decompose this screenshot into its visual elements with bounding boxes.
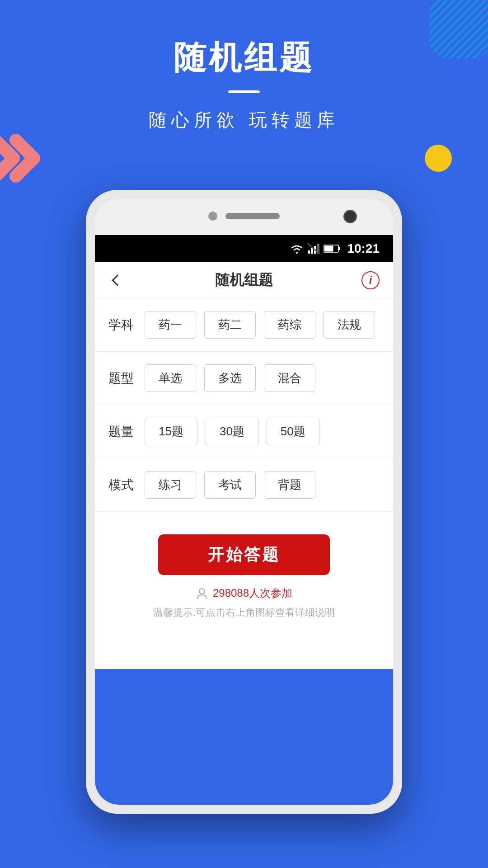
mode-filter-section: 模式 练习 考试 背题 bbox=[95, 458, 393, 512]
page-subtitle: 随心所欲 玩转题库 bbox=[0, 108, 488, 132]
mode-label: 模式 bbox=[108, 476, 136, 494]
type-option-2[interactable]: 混合 bbox=[264, 364, 315, 392]
bg-yellow-circle bbox=[425, 145, 452, 172]
subject-option-0[interactable]: 药一 bbox=[145, 311, 196, 339]
page-main-title: 随机组题 bbox=[0, 36, 488, 80]
phone-speaker bbox=[225, 213, 280, 219]
status-bar: 10:21 bbox=[95, 235, 393, 262]
count-option-0[interactable]: 15题 bbox=[145, 418, 197, 445]
wifi-icon bbox=[290, 243, 304, 254]
user-icon bbox=[196, 587, 208, 599]
mode-options: 练习 考试 背题 bbox=[145, 471, 315, 499]
start-button[interactable]: 开始答题 bbox=[158, 534, 330, 575]
nav-bar: 随机组题 i bbox=[95, 262, 393, 298]
count-options: 15题 30题 50题 bbox=[145, 418, 319, 445]
type-option-0[interactable]: 单选 bbox=[145, 364, 196, 392]
phone-frame: 10:21 随机组题 i 学科 bbox=[86, 190, 402, 814]
participants-info: 298088人次参加 bbox=[196, 586, 292, 600]
type-option-1[interactable]: 多选 bbox=[204, 364, 256, 392]
count-filter-section: 题量 15题 30题 50题 bbox=[95, 405, 393, 458]
subject-option-2[interactable]: 药综 bbox=[264, 311, 315, 339]
header-divider bbox=[228, 90, 260, 93]
participants-suffix: 人次参加 bbox=[249, 587, 292, 599]
count-option-2[interactable]: 50题 bbox=[267, 418, 319, 445]
type-label: 题型 bbox=[108, 370, 136, 387]
svg-rect-2 bbox=[308, 250, 310, 254]
info-button[interactable]: i bbox=[361, 271, 380, 289]
mode-option-2[interactable]: 背题 bbox=[264, 471, 315, 499]
phone-camera bbox=[343, 210, 357, 223]
tip-text: 温馨提示:可点击右上角图标查看详细说明 bbox=[153, 606, 335, 619]
mode-option-1[interactable]: 考试 bbox=[204, 471, 256, 499]
phone-screen: 10:21 随机组题 i 学科 bbox=[95, 235, 393, 805]
status-time: 10:21 bbox=[347, 241, 380, 256]
battery-icon bbox=[324, 244, 341, 254]
count-option-1[interactable]: 30题 bbox=[206, 418, 258, 445]
subject-label: 学科 bbox=[108, 316, 136, 334]
count-label: 题量 bbox=[108, 423, 136, 440]
subject-option-3[interactable]: 法规 bbox=[324, 311, 375, 339]
participants-count: 298088人次参加 bbox=[213, 586, 292, 600]
type-options: 单选 多选 混合 bbox=[145, 364, 315, 392]
subject-option-1[interactable]: 药二 bbox=[204, 311, 256, 339]
back-button[interactable] bbox=[108, 271, 127, 289]
back-chevron-icon bbox=[112, 274, 123, 286]
phone-mockup: 10:21 随机组题 i 学科 bbox=[86, 190, 402, 814]
bg-chevrons-decoration bbox=[0, 131, 50, 185]
subject-options: 药一 药二 药综 法规 bbox=[145, 311, 375, 339]
participants-number: 298088 bbox=[213, 587, 249, 599]
mode-option-0[interactable]: 练习 bbox=[145, 471, 196, 499]
start-area: 开始答题 298088人次参加 温馨提示:可点击右上角图标查看详细说明 bbox=[95, 512, 393, 633]
svg-point-10 bbox=[199, 589, 205, 594]
header-area: 随机组题 随心所欲 玩转题库 bbox=[0, 36, 488, 132]
type-filter-section: 题型 单选 多选 混合 bbox=[95, 352, 393, 405]
svg-point-1 bbox=[296, 252, 298, 254]
phone-dot bbox=[208, 212, 217, 221]
bottom-blue-area bbox=[95, 669, 393, 805]
subject-filter-section: 学科 药一 药二 药综 法规 bbox=[95, 298, 393, 352]
svg-rect-3 bbox=[311, 248, 313, 254]
nav-title: 随机组题 bbox=[215, 270, 273, 290]
phone-top-hardware bbox=[208, 212, 280, 221]
signal-icon bbox=[307, 243, 320, 254]
content-area: 学科 药一 药二 药综 法规 题型 单选 多选 bbox=[95, 298, 393, 633]
svg-rect-8 bbox=[324, 246, 333, 252]
svg-rect-9 bbox=[338, 247, 340, 250]
status-icons: 10:21 bbox=[290, 241, 380, 256]
phone-inner: 10:21 随机组题 i 学科 bbox=[95, 199, 393, 805]
